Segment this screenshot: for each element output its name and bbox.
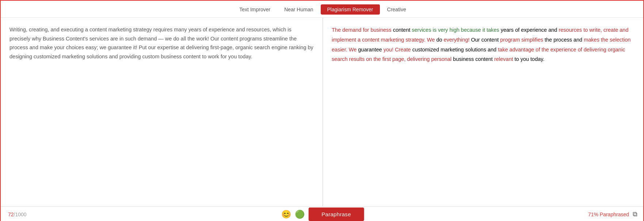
center-controls: 😊 🟢 Paraphrase bbox=[281, 208, 364, 221]
output-segment-11: guarantee bbox=[358, 47, 383, 53]
input-text: Writing, creating, and executing a conte… bbox=[9, 25, 314, 61]
emoji-g-icon[interactable]: 🟢 bbox=[295, 210, 305, 219]
output-segment-17: to you today. bbox=[515, 56, 545, 62]
tab-near-human[interactable]: Near Human bbox=[278, 4, 320, 15]
paraphrase-button[interactable]: Paraphrase bbox=[308, 208, 364, 221]
content-area: Writing, creating, and executing a conte… bbox=[1, 18, 644, 206]
output-segment-15: business content bbox=[453, 56, 494, 62]
output-segment-13: customized marketing solutions and bbox=[412, 47, 498, 53]
app-container: Text Improver Near Human Plagiarism Remo… bbox=[1, 1, 644, 221]
copy-icon[interactable]: ⧉ bbox=[633, 210, 637, 218]
tabs-bar: Text Improver Near Human Plagiarism Remo… bbox=[1, 1, 644, 18]
tab-text-improver[interactable]: Text Improver bbox=[233, 4, 277, 15]
word-count-value: 72 bbox=[8, 212, 14, 217]
output-segment-9: the process and bbox=[545, 37, 584, 43]
bottom-bar: 72/1000 😊 🟢 Paraphrase 71% Paraphrased ⧉ bbox=[1, 206, 644, 221]
output-segment-6: everything! bbox=[444, 37, 470, 43]
output-segment-1: content bbox=[393, 27, 412, 33]
output-segment-12: you! Create bbox=[384, 47, 411, 53]
output-segment-16: relevant bbox=[494, 56, 513, 62]
paraphrased-percentage: 71% Paraphrased bbox=[588, 212, 629, 217]
left-panel: Writing, creating, and executing a conte… bbox=[1, 18, 323, 206]
emoji-happy-icon[interactable]: 😊 bbox=[281, 210, 291, 219]
tab-creative[interactable]: Creative bbox=[381, 4, 413, 15]
output-segment-0: The demand for business bbox=[332, 27, 392, 33]
output-segment-2: services is very high because it takes bbox=[412, 27, 499, 33]
output-segment-7: Our content bbox=[471, 37, 500, 43]
output-segment-8: program simplifies bbox=[500, 37, 543, 43]
output-segment-3: years of experience and bbox=[501, 27, 559, 33]
right-bottom-info: 71% Paraphrased ⧉ bbox=[588, 210, 637, 218]
word-limit: /1000 bbox=[14, 212, 27, 217]
output-segment-5: do bbox=[436, 37, 443, 43]
tab-plagiarism-remover[interactable]: Plagiarism Remover bbox=[321, 4, 380, 15]
word-count-display: 72/1000 bbox=[8, 212, 27, 217]
right-panel: The demand for business content services… bbox=[323, 18, 644, 206]
output-text: The demand for business content services… bbox=[332, 25, 636, 64]
